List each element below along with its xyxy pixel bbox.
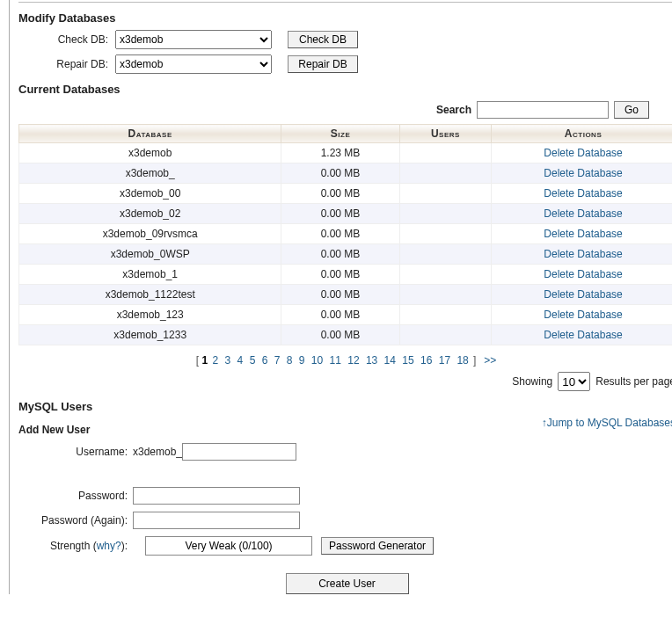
cell-users: [399, 265, 491, 285]
strength-label: Strength (why?):: [18, 540, 133, 552]
check-db-select[interactable]: x3demob: [115, 30, 272, 49]
page-link[interactable]: 14: [383, 354, 398, 367]
page-link[interactable]: 18: [455, 354, 470, 367]
rpp-label: Results per page: [595, 375, 672, 388]
cell-size: 0.00 MB: [281, 265, 399, 285]
cell-size: 0.00 MB: [281, 285, 399, 305]
table-row: x3demob_1122test0.00 MBDelete Database: [19, 285, 673, 305]
table-row: x3demob_09rvsmca0.00 MBDelete Database: [19, 224, 673, 244]
search-input[interactable]: [477, 101, 609, 119]
page-link[interactable]: 5: [248, 354, 258, 367]
check-db-label: Check DB:: [36, 33, 115, 46]
table-row: x3demob_12330.00 MBDelete Database: [19, 325, 673, 345]
delete-database-link[interactable]: Delete Database: [544, 268, 622, 280]
current-heading: Current Databases: [18, 83, 672, 96]
showing-label: Showing: [512, 375, 552, 388]
col-users: Users: [399, 125, 491, 143]
page-link[interactable]: 7: [273, 354, 282, 367]
page-link[interactable]: 17: [437, 354, 452, 367]
page-link[interactable]: 15: [400, 354, 415, 367]
page-link[interactable]: 4: [236, 354, 245, 367]
table-row: x3demob_0.00 MBDelete Database: [19, 163, 673, 184]
repair-db-select[interactable]: x3demob: [115, 54, 272, 74]
cell-users: [399, 285, 491, 305]
page-next[interactable]: >>: [482, 354, 498, 367]
cell-db: x3demob_02: [19, 204, 281, 224]
delete-database-link[interactable]: Delete Database: [544, 187, 622, 200]
page-link[interactable]: 10: [310, 354, 325, 367]
page-link[interactable]: 11: [328, 354, 343, 367]
page-link[interactable]: 2: [211, 354, 221, 367]
username-prefix: x3demob_: [133, 446, 182, 458]
cell-size: 0.00 MB: [281, 224, 399, 244]
strength-meter: [145, 536, 312, 556]
why-link[interactable]: why?: [97, 540, 121, 552]
page-link[interactable]: 12: [346, 354, 361, 367]
page-link[interactable]: 9: [297, 354, 307, 367]
username-input[interactable]: [182, 443, 296, 461]
cell-users: [399, 224, 491, 244]
table-row: x3demob_1230.00 MBDelete Database: [19, 305, 673, 325]
page-link[interactable]: 6: [260, 354, 270, 367]
repair-db-button[interactable]: Repair DB: [288, 55, 358, 73]
cell-db: x3demob_00: [19, 184, 281, 204]
cell-db: x3demob_1: [19, 265, 281, 285]
search-go-button[interactable]: Go: [614, 101, 649, 119]
password-label: Password:: [18, 490, 133, 502]
cell-db: x3demob_123: [19, 305, 281, 325]
cell-users: [399, 184, 491, 204]
cell-size: 0.00 MB: [281, 305, 399, 325]
mysql-users-heading: MySQL Users: [18, 400, 672, 413]
delete-database-link[interactable]: Delete Database: [544, 329, 622, 341]
password-again-input[interactable]: [133, 512, 300, 529]
page-link[interactable]: 16: [419, 354, 434, 367]
col-database: Database: [19, 125, 281, 143]
delete-database-link[interactable]: Delete Database: [544, 147, 622, 159]
delete-database-link[interactable]: Delete Database: [544, 228, 622, 240]
table-row: x3demob_0WSP0.00 MBDelete Database: [19, 244, 673, 265]
cell-size: 0.00 MB: [281, 244, 399, 265]
cell-users: [399, 143, 491, 163]
cell-users: [399, 305, 491, 325]
repair-db-label: Repair DB:: [36, 58, 115, 70]
delete-database-link[interactable]: Delete Database: [544, 248, 622, 260]
col-size: Size: [281, 125, 399, 143]
delete-database-link[interactable]: Delete Database: [544, 167, 622, 179]
create-user-button[interactable]: Create User: [286, 573, 409, 594]
check-db-button[interactable]: Check DB: [288, 31, 358, 48]
delete-database-link[interactable]: Delete Database: [544, 207, 622, 220]
table-row: x3demob_000.00 MBDelete Database: [19, 184, 673, 204]
search-label: Search: [436, 104, 471, 116]
per-page-select[interactable]: 10: [558, 372, 590, 391]
cell-users: [399, 325, 491, 345]
cell-size: 0.00 MB: [281, 184, 399, 204]
cell-users: [399, 204, 491, 224]
page-link[interactable]: 3: [223, 354, 233, 367]
cell-db: x3demob_0WSP: [19, 244, 281, 265]
cell-size: 0.00 MB: [281, 163, 399, 184]
cell-db: x3demob: [19, 143, 281, 163]
password-input[interactable]: [133, 487, 300, 505]
page-link[interactable]: 8: [285, 354, 295, 367]
col-actions: Actions: [492, 125, 672, 143]
cell-size: 0.00 MB: [281, 204, 399, 224]
password-generator-button[interactable]: Password Generator: [321, 537, 434, 555]
delete-database-link[interactable]: Delete Database: [544, 288, 622, 301]
cell-db: x3demob_09rvsmca: [19, 224, 281, 244]
table-row: x3demob1.23 MBDelete Database: [19, 143, 673, 163]
cell-size: 0.00 MB: [281, 325, 399, 345]
cell-db: x3demob_: [19, 163, 281, 184]
cell-db: x3demob_1233: [19, 325, 281, 345]
pagination: [ 1 2 3 4 5 6 7 8 9 10 11 12 13 14 15 16…: [18, 354, 672, 367]
page-current: 1: [202, 354, 208, 367]
table-row: x3demob_10.00 MBDelete Database: [19, 265, 673, 285]
password-again-label: Password (Again):: [18, 514, 133, 527]
table-row: x3demob_020.00 MBDelete Database: [19, 204, 673, 224]
cell-users: [399, 244, 491, 265]
page-link[interactable]: 13: [364, 354, 379, 367]
jump-link[interactable]: ↑Jump to MySQL Databases: [542, 417, 672, 429]
delete-database-link[interactable]: Delete Database: [544, 309, 622, 321]
cell-db: x3demob_1122test: [19, 285, 281, 305]
databases-table: Database Size Users Actions x3demob1.23 …: [18, 124, 672, 345]
cell-users: [399, 163, 491, 184]
